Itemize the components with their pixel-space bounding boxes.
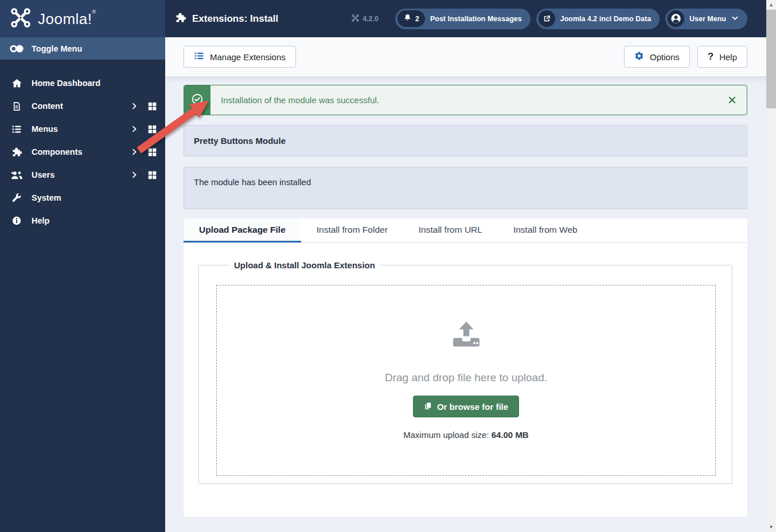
file-icon	[9, 100, 24, 112]
sidebar-item-content[interactable]: Content	[0, 95, 165, 118]
logo-wordmark: Joomla!®	[38, 9, 96, 28]
upload-icon	[451, 321, 482, 351]
chevron-right-icon	[130, 102, 138, 110]
joomla-version-icon	[352, 14, 359, 24]
tab-install-from-url[interactable]: Install from URL	[403, 218, 498, 242]
manage-list-icon	[194, 51, 204, 62]
joomla-logo[interactable]: Joomla!®	[0, 0, 165, 37]
browse-for-file-button[interactable]: Or browse for file	[413, 396, 519, 417]
sidebar-item-toggle-menu[interactable]: Toggle Menu	[0, 37, 165, 60]
sidebar-item-label: Menus	[32, 124, 58, 134]
notification-badge: 2	[397, 10, 425, 27]
alert-icon-block	[184, 85, 210, 115]
page-title: Extensions: Install	[192, 13, 278, 25]
sidebar-item-label: Home Dashboard	[32, 79, 100, 88]
file-dropzone[interactable]: Drag and drop file here to upload. Or br…	[216, 285, 716, 476]
help-button[interactable]: ? Help	[697, 46, 747, 68]
question-mark-icon: ?	[708, 51, 713, 62]
chevron-down-icon	[731, 14, 739, 24]
success-alert: Installation of the module was successfu…	[184, 85, 747, 115]
chevron-right-icon	[130, 171, 138, 179]
joomla-logo-icon	[10, 7, 31, 30]
check-circle-icon	[191, 93, 204, 108]
post-installation-messages-button[interactable]: 2 Post Installation Messages	[395, 9, 531, 29]
dashboard-grid-icon[interactable]	[147, 147, 157, 157]
external-link-icon	[539, 10, 555, 27]
sidebar-item-label: Toggle Menu	[32, 44, 82, 53]
site-preview-button[interactable]: Joomla 4.2 incl Demo Data	[536, 9, 660, 29]
user-icon	[668, 10, 684, 27]
sidebar-item-label: Content	[32, 101, 63, 111]
tab-upload-package-file[interactable]: Upload Package File	[184, 218, 301, 242]
sidebar-item-label: Components	[32, 147, 83, 157]
drag-drop-text: Drag and drop file here to upload.	[385, 371, 547, 384]
wrench-icon	[9, 191, 24, 204]
close-icon[interactable]	[717, 85, 747, 115]
header-bar: Extensions: Install 4.2.0 2	[165, 0, 776, 37]
gear-icon	[634, 51, 644, 62]
sidebar-item-components[interactable]: Components	[0, 140, 165, 163]
sidebar-item-system[interactable]: System	[0, 186, 165, 209]
sidebar-item-label: Users	[32, 170, 54, 179]
sidebar-item-label: System	[32, 193, 61, 202]
dashboard-grid-icon[interactable]	[147, 170, 157, 180]
module-status-panel: The module has been installed	[184, 167, 747, 209]
manage-extensions-button[interactable]: Manage Extensions	[184, 46, 296, 68]
home-icon	[9, 77, 24, 89]
main-content: Installation of the module was successfu…	[165, 76, 776, 532]
vertical-scrollbar[interactable]: ▲ ▼	[766, 0, 776, 532]
scrollbar-thumb[interactable]	[766, 10, 776, 108]
joomla-admin-app: Joomla!® Toggle Menu Home Dashboard Cont…	[0, 0, 776, 532]
sidebar-item-home-dashboard[interactable]: Home Dashboard	[0, 72, 165, 95]
list-icon	[9, 123, 24, 135]
upload-legend: Upload & Install Joomla Extension	[229, 260, 380, 270]
sidebar-item-menus[interactable]: Menus	[0, 118, 165, 140]
options-button[interactable]: Options	[624, 46, 690, 68]
copy-icon	[424, 401, 432, 412]
scroll-down-icon[interactable]: ▼	[766, 522, 776, 532]
chevron-right-icon	[130, 148, 138, 156]
sidebar-item-help[interactable]: Help	[0, 209, 165, 232]
tab-install-from-web[interactable]: Install from Web	[498, 218, 593, 242]
sidebar-item-label: Help	[32, 216, 49, 225]
user-menu-button[interactable]: User Menu	[665, 9, 747, 29]
scroll-up-icon[interactable]: ▲	[766, 0, 776, 10]
dashboard-grid-icon[interactable]	[147, 124, 157, 134]
install-tabs: Upload Package File Install from Folder …	[184, 218, 747, 243]
users-icon	[9, 169, 24, 181]
sidebar-item-users[interactable]: Users	[0, 163, 165, 186]
upload-fieldset: Upload & Install Joomla Extension Drag a…	[198, 260, 732, 484]
toolbar: Manage Extensions Options ? Help	[165, 37, 776, 76]
bell-icon	[403, 13, 412, 25]
toggle-icon	[9, 42, 24, 55]
module-title-panel: Pretty Buttons Module	[184, 125, 747, 157]
version-label: 4.2.0	[352, 14, 379, 24]
alert-message: Installation of the module was successfu…	[210, 85, 717, 115]
max-upload-size: Maximum upload size: 64.00 MB	[403, 430, 528, 440]
install-tab-card: Upload Package File Install from Folder …	[184, 218, 747, 517]
chevron-right-icon	[130, 125, 138, 133]
info-icon	[9, 214, 24, 227]
page-title-wrap: Extensions: Install	[175, 12, 278, 25]
dashboard-grid-icon[interactable]	[147, 101, 157, 111]
extensions-puzzle-icon	[175, 12, 186, 25]
puzzle-icon	[9, 146, 24, 158]
tab-install-from-folder[interactable]: Install from Folder	[301, 218, 403, 242]
sidebar: Joomla!® Toggle Menu Home Dashboard Cont…	[0, 0, 165, 532]
